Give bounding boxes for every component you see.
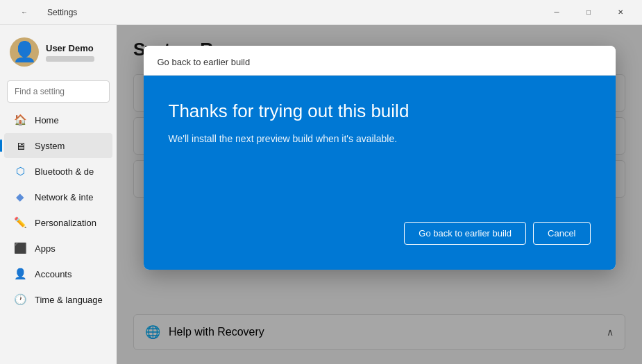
- modal-body-content: Thanks for trying out this build We'll i…: [169, 101, 591, 144]
- accounts-icon: 👤: [14, 268, 26, 280]
- modal: Go back to earlier build Thanks for tryi…: [144, 46, 616, 270]
- sidebar-item-time[interactable]: 🕐 Time & language: [4, 287, 112, 312]
- app-body: 👤 User Demo 🏠 Home 🖥 System ⬡ Bluetooth …: [0, 25, 642, 364]
- modal-header: Go back to earlier build: [144, 46, 616, 76]
- user-avatar-icon: 👤: [12, 42, 37, 62]
- sidebar-item-system[interactable]: 🖥 System: [4, 133, 112, 158]
- modal-body: Thanks for trying out this build We'll i…: [144, 76, 616, 270]
- time-icon: 🕐: [14, 293, 26, 306]
- sidebar-item-accounts[interactable]: 👤 Accounts: [4, 261, 112, 286]
- sidebar-item-bluetooth-label: Bluetooth & de: [35, 166, 94, 177]
- modal-subtitle: We'll install the next preview build whe…: [169, 133, 591, 144]
- avatar: 👤: [10, 37, 39, 67]
- modal-title: Thanks for trying out this build: [169, 101, 591, 122]
- window-controls: ─ □ ✕: [541, 0, 636, 25]
- system-icon: 🖥: [14, 139, 26, 152]
- back-button[interactable]: ←: [8, 0, 40, 25]
- modal-overlay: Go back to earlier build Thanks for tryi…: [117, 25, 642, 364]
- sidebar-item-apps[interactable]: ⬛ Apps: [4, 236, 112, 261]
- maximize-button[interactable]: □: [573, 0, 605, 25]
- sidebar-item-home[interactable]: 🏠 Home: [4, 107, 112, 132]
- apps-icon: ⬛: [14, 242, 26, 254]
- close-button[interactable]: ✕: [605, 0, 636, 25]
- cancel-button[interactable]: Cancel: [533, 222, 590, 245]
- modal-actions: Go back to earlier build Cancel: [169, 222, 591, 245]
- sidebar-item-accounts-label: Accounts: [35, 269, 71, 279]
- sidebar-item-network-label: Network & inte: [35, 192, 94, 202]
- content-area: System Recovery c k ow 🌐 Help with Re: [117, 25, 642, 364]
- bluetooth-icon: ⬡: [14, 165, 26, 177]
- search-input[interactable]: [7, 80, 110, 103]
- home-icon: 🏠: [14, 114, 26, 126]
- personalization-icon: ✏️: [14, 216, 26, 229]
- sidebar-item-personalization[interactable]: ✏️ Personalization: [4, 210, 112, 235]
- network-icon: ◆: [14, 191, 26, 203]
- user-profile: 👤 User Demo: [0, 31, 117, 73]
- modal-header-text: Go back to earlier build: [158, 57, 251, 67]
- go-back-build-button[interactable]: Go back to earlier build: [404, 222, 526, 245]
- sidebar-item-system-label: System: [35, 141, 65, 151]
- sidebar-nav: 🏠 Home 🖥 System ⬡ Bluetooth & de ◆ Netwo…: [0, 107, 117, 313]
- sidebar-item-home-label: Home: [35, 115, 59, 125]
- minimize-button[interactable]: ─: [541, 0, 573, 25]
- titlebar-left: ← Settings: [8, 0, 77, 25]
- user-info: User Demo: [46, 43, 94, 62]
- sidebar: 👤 User Demo 🏠 Home 🖥 System ⬡ Bluetooth …: [0, 25, 117, 364]
- user-name: User Demo: [46, 43, 94, 53]
- sidebar-item-personalization-label: Personalization: [35, 218, 96, 228]
- app-title: Settings: [47, 8, 77, 17]
- user-subtitle: [46, 56, 94, 62]
- sidebar-item-network[interactable]: ◆ Network & inte: [4, 184, 112, 209]
- search-box[interactable]: [7, 80, 110, 103]
- sidebar-item-apps-label: Apps: [35, 243, 56, 254]
- sidebar-item-bluetooth[interactable]: ⬡ Bluetooth & de: [4, 159, 112, 184]
- titlebar: ← Settings ─ □ ✕: [0, 0, 642, 25]
- sidebar-item-time-label: Time & language: [35, 295, 103, 305]
